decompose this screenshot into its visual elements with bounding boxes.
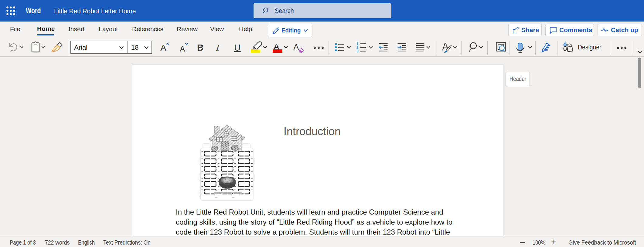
svg-text:3: 3 [356,49,359,53]
